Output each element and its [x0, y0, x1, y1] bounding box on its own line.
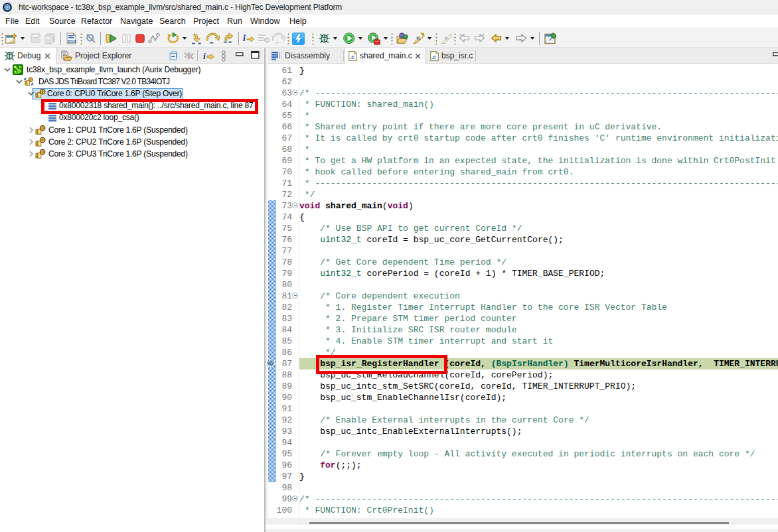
svg-text:.c: .c — [350, 54, 354, 60]
svg-text:i: i — [203, 51, 206, 61]
svg-text:010: 010 — [68, 38, 76, 44]
svg-text:i: i — [243, 33, 246, 43]
svg-text:.c: .c — [431, 54, 436, 60]
